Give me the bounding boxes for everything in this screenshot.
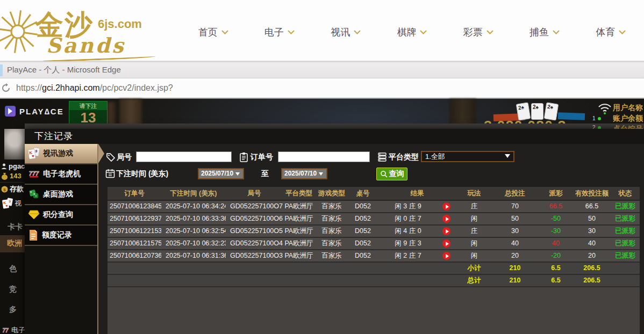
address-bar[interactable]: https://gci.2hhapi.com/pc/pcv2/index.jsp… xyxy=(0,78,644,99)
info-username-label: 用户名称 xyxy=(613,102,644,113)
cell-payout: 66.5 xyxy=(539,201,573,212)
url-text[interactable]: https://gci.2hhapi.com/pc/pcv2/index.jsp… xyxy=(16,83,173,93)
nav-item-slots[interactable]: 电子 xyxy=(246,23,312,42)
search-button[interactable]: 查询 xyxy=(376,168,407,180)
cell-play: 闲 xyxy=(457,250,491,262)
lobby-username: pgac xyxy=(1,162,25,170)
cell-result: 闲 2 庄 7 xyxy=(377,250,457,262)
sidebar-item-label: 桌面游戏 xyxy=(43,190,73,199)
sidebar-item-label: 电子老虎机 xyxy=(43,169,81,179)
cell-bet-time: 2025-07-10 06:32:54 xyxy=(161,226,226,237)
cell-play: 庄 xyxy=(457,201,491,212)
chevron-down-icon xyxy=(288,30,295,34)
cell-round-no: GD052257100O5 xyxy=(226,226,283,237)
sum-payout: 6.5 xyxy=(539,275,573,286)
lobby-item-card[interactable]: 卡卡 xyxy=(8,222,23,232)
cell-round-no: GD052257100O7 xyxy=(226,201,283,212)
cell-payout: -50 xyxy=(539,213,573,224)
site-header: 金沙 6js.com Sands 首页 电子 视讯 棋牌 彩票 捕鱼 体育 xyxy=(0,0,644,62)
cell-bet-time: 2025-07-10 06:31:36 xyxy=(161,250,226,262)
sidebar-item-slot-machines[interactable]: 777 电子老虎机 xyxy=(25,164,97,185)
round-no-input[interactable] xyxy=(136,151,232,162)
sidebar-item-points-query[interactable]: 积分查询 xyxy=(25,205,97,226)
table-row: 2507100612157542025-07-10 06:32:23GD0522… xyxy=(108,238,640,250)
sidebar-item-label: 额度记录 xyxy=(42,230,72,240)
info-balance-label: 账户余额 xyxy=(613,113,644,124)
cell-status: 已派彩 xyxy=(611,213,640,224)
play-video-icon[interactable] xyxy=(442,252,450,260)
play-video-icon[interactable] xyxy=(442,239,450,248)
play-video-icon[interactable] xyxy=(442,202,450,210)
date-to-select[interactable]: 2025/07/10 xyxy=(281,168,327,179)
bet-records-modal: 下注记录 9K♥ 视讯游戏 777 电子老虎机 桌面游戏 积分查询 xyxy=(25,129,644,334)
cell-table-no: D052 xyxy=(348,226,377,237)
lobby-item-compete[interactable]: 竞 xyxy=(9,285,17,294)
play-video-icon[interactable] xyxy=(442,215,450,223)
modal-body: 9K♥ 视讯游戏 777 电子老虎机 桌面游戏 积分查询 额度记录 xyxy=(25,144,644,334)
dealt-cards: 2♠ 2♠ 2♠ xyxy=(517,103,557,120)
cell-play: 庄 xyxy=(457,226,491,237)
sidebar-item-video-games[interactable]: 9K♥ 视讯游戏 xyxy=(25,144,97,164)
modal-sidebar: 9K♥ 视讯游戏 777 电子老虎机 桌面游戏 积分查询 额度记录 xyxy=(25,144,98,334)
sum-valid-bet: 206.5 xyxy=(573,263,611,274)
reload-icon[interactable] xyxy=(1,83,11,93)
platform-type-select[interactable]: 1.全部 xyxy=(421,151,514,162)
order-no-input[interactable] xyxy=(278,151,370,162)
money-bag-icon xyxy=(1,172,8,180)
nav-item-fishing[interactable]: 捕鱼 xyxy=(511,23,577,42)
to-label: 至 xyxy=(261,169,269,179)
nav-item-live[interactable]: 视讯 xyxy=(313,23,379,42)
window-title-bar: PlayAce - 个人 - Microsoft Edge xyxy=(0,62,644,78)
bet-time-label: 下注时间 (美东) xyxy=(116,169,168,179)
avatar[interactable] xyxy=(4,129,25,159)
main-nav: 首页 电子 视讯 棋牌 彩票 捕鱼 体育 xyxy=(180,23,644,42)
cell-result: 闲 4 庄 0 xyxy=(377,226,457,237)
sum-label: 总计 xyxy=(457,275,491,286)
cell-platform: PA欧洲厅 xyxy=(283,201,315,212)
date-from-select[interactable]: 2025/07/10 xyxy=(198,168,244,179)
sidebar-item-credit-records[interactable]: 额度记录 xyxy=(25,226,97,246)
lobby-item-slots[interactable]: 77 电子 xyxy=(1,325,25,334)
cell-game-type: 百家乐 xyxy=(315,201,348,212)
bet-records-table: 订单号 下注时间 (美东) 局号 平台类型 游戏类型 桌号 结果 玩法 总投注 … xyxy=(108,187,640,334)
lobby-strip: pgac 143 $ 存款 9K♥ 视 卡卡 欧洲 色 竞 多 77 xyxy=(0,129,25,334)
cell-status: 已派彩 xyxy=(611,238,640,249)
nav-item-home[interactable]: 首页 xyxy=(180,23,246,42)
table-row: 2507100612073612025-07-10 06:31:36GD0522… xyxy=(108,250,640,263)
sands-logo[interactable]: 金沙 6js.com Sands xyxy=(0,3,167,60)
sidebar-item-table-games[interactable]: 桌面游戏 xyxy=(25,185,97,205)
sum-payout: 6.5 xyxy=(539,263,573,274)
chevron-down-icon xyxy=(354,30,361,34)
cards-icon: 9K♥ xyxy=(2,198,13,209)
cell-bet-time: 2025-07-10 06:33:36 xyxy=(161,213,226,224)
lobby-item-color[interactable]: 色 xyxy=(9,264,17,274)
search-icon xyxy=(380,170,388,178)
play-video-icon[interactable] xyxy=(442,227,450,235)
chevron-down-icon xyxy=(619,30,626,34)
nav-item-board[interactable]: 棋牌 xyxy=(379,23,445,42)
nav-item-lottery[interactable]: 彩票 xyxy=(445,23,511,42)
countdown-value: 13 xyxy=(69,110,107,125)
url-path: /pc/pcv2/index.jsp? xyxy=(100,83,173,92)
cell-total-bet: 30 xyxy=(491,226,539,237)
lobby-coins: 143 xyxy=(1,172,22,180)
cell-order-no: 250710061229371 xyxy=(108,213,161,224)
subtotal-row: 小计2106.5206.5 xyxy=(108,263,640,275)
chevron-down-icon xyxy=(486,30,493,34)
table-header-row: 订单号 下注时间 (美东) 局号 平台类型 游戏类型 桌号 结果 玩法 总投注 … xyxy=(108,187,640,201)
cell-bet-time: 2025-07-10 06:32:23 xyxy=(161,238,226,249)
window-title: PlayAce - 个人 - Microsoft Edge xyxy=(7,65,121,75)
diamond-icon xyxy=(28,209,40,220)
cell-platform: PA欧洲厅 xyxy=(283,238,315,249)
sum-label: 小计 xyxy=(457,263,491,274)
cell-valid-bet: 50 xyxy=(573,213,611,224)
url-domain: gci.2hhapi.com xyxy=(42,83,100,92)
lobby-deposit[interactable]: $ 存款 xyxy=(1,184,24,194)
lobby-video-partial[interactable]: 9K♥ 视 xyxy=(2,198,22,209)
calendar-icon xyxy=(105,169,115,178)
lobby-item-multi[interactable]: 多 xyxy=(9,305,17,315)
cell-platform: PA欧洲厅 xyxy=(283,226,315,237)
person-icon xyxy=(1,163,7,169)
lobby-item-europe[interactable]: 欧洲 xyxy=(7,238,22,248)
nav-item-sports[interactable]: 体育 xyxy=(578,23,644,42)
